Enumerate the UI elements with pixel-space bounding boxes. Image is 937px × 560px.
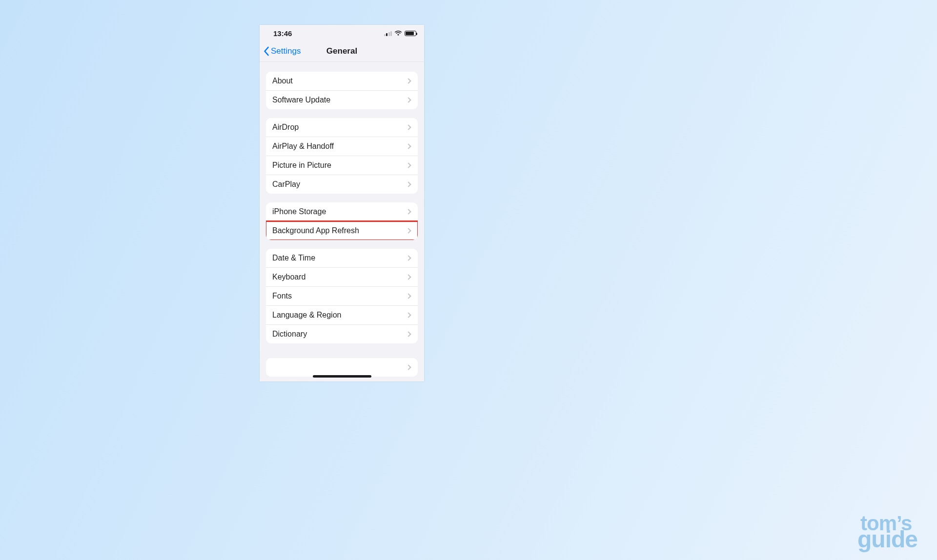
chevron-right-icon: [406, 255, 411, 260]
row-label: Keyboard: [272, 273, 306, 281]
chevron-right-icon: [406, 78, 411, 83]
chevron-right-icon: [406, 293, 411, 299]
row-label: About: [272, 77, 293, 85]
row-date-time[interactable]: Date & Time: [266, 249, 418, 268]
row-airplay-handoff[interactable]: AirPlay & Handoff: [266, 137, 418, 156]
watermark-logo: tom’s guide: [860, 516, 917, 548]
row-carplay[interactable]: CarPlay: [266, 175, 418, 194]
row-label: [272, 363, 274, 372]
chevron-right-icon: [406, 274, 411, 280]
group-4-partial: [266, 358, 418, 377]
nav-bar: Settings General: [260, 40, 424, 62]
chevron-right-icon: [406, 364, 411, 370]
row-language-region[interactable]: Language & Region: [266, 306, 418, 325]
home-indicator[interactable]: [313, 375, 371, 378]
back-label: Settings: [271, 46, 301, 56]
chevron-right-icon: [406, 143, 411, 149]
row-label: Background App Refresh: [272, 226, 359, 235]
watermark-line2: guide: [857, 530, 917, 548]
row-dictionary[interactable]: Dictionary: [266, 325, 418, 343]
cellular-icon: [384, 31, 392, 36]
group-0: About Software Update: [266, 72, 418, 109]
row-label: AirDrop: [272, 123, 299, 132]
row-background-app-refresh[interactable]: Background App Refresh: [266, 221, 418, 240]
row-airdrop[interactable]: AirDrop: [266, 118, 418, 137]
chevron-right-icon: [406, 97, 411, 102]
chevron-right-icon: [406, 181, 411, 187]
row-label: CarPlay: [272, 180, 300, 189]
row-picture-in-picture[interactable]: Picture in Picture: [266, 156, 418, 175]
wifi-icon: [394, 30, 402, 36]
row-iphone-storage[interactable]: iPhone Storage: [266, 202, 418, 221]
row-label: Dictionary: [272, 330, 307, 339]
chevron-right-icon: [406, 124, 411, 130]
row-partial[interactable]: [266, 358, 418, 377]
chevron-right-icon: [406, 312, 411, 318]
chevron-right-icon: [406, 331, 411, 337]
chevron-left-icon: [264, 46, 270, 56]
group-3: Date & Time Keyboard Fonts Language & Re…: [266, 249, 418, 343]
row-label: AirPlay & Handoff: [272, 142, 334, 151]
status-bar: 13:46: [260, 25, 424, 36]
battery-icon: [405, 31, 416, 36]
phone-screenshot: 13:46 Settings General: [260, 25, 424, 381]
row-about[interactable]: About: [266, 72, 418, 91]
row-label: Picture in Picture: [272, 161, 331, 170]
row-keyboard[interactable]: Keyboard: [266, 268, 418, 287]
settings-list[interactable]: About Software Update AirDrop AirPlay & …: [260, 62, 424, 381]
chevron-right-icon: [406, 228, 411, 233]
row-label: Language & Region: [272, 311, 341, 320]
status-icons: [384, 30, 417, 36]
chevron-right-icon: [406, 162, 411, 168]
group-2: iPhone Storage Background App Refresh: [266, 202, 418, 240]
row-label: Date & Time: [272, 254, 315, 262]
row-label: Software Update: [272, 96, 330, 104]
row-label: iPhone Storage: [272, 207, 326, 216]
row-fonts[interactable]: Fonts: [266, 287, 418, 306]
group-1: AirDrop AirPlay & Handoff Picture in Pic…: [266, 118, 418, 194]
back-button[interactable]: Settings: [264, 46, 301, 56]
chevron-right-icon: [406, 209, 411, 214]
status-time: 13:46: [273, 29, 292, 38]
row-software-update[interactable]: Software Update: [266, 91, 418, 109]
row-label: Fonts: [272, 292, 292, 300]
